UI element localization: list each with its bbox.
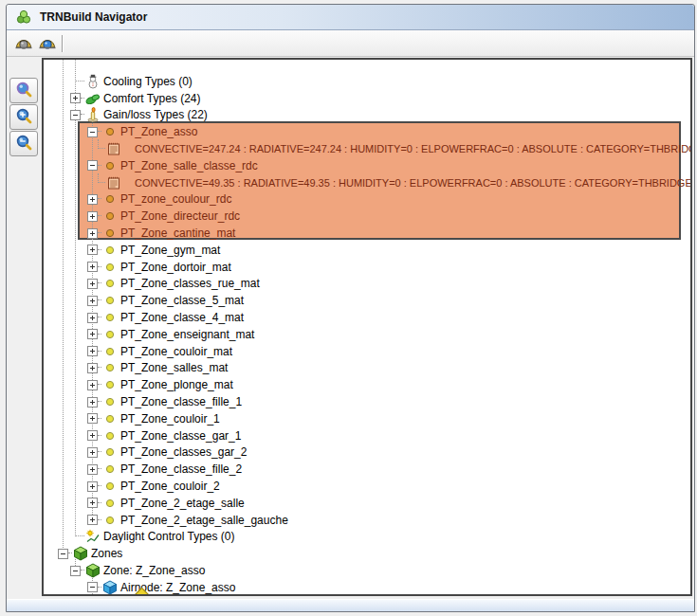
tree-item[interactable]: Cooling Types (0) — [44, 73, 690, 90]
expander-plus-icon[interactable] — [70, 93, 81, 103]
tree-connector — [98, 334, 101, 335]
tree-item[interactable]: PT_Zone_classes_rue_mat — [44, 276, 690, 293]
dot-icon — [102, 208, 118, 224]
expander-minus-icon[interactable] — [87, 582, 98, 592]
tree-item-label: PT_Zone_enseignant_mat — [120, 328, 254, 341]
expander-plus-icon[interactable] — [87, 296, 98, 306]
tree-item[interactable]: PT_Zone_enseignant_mat — [44, 326, 690, 343]
tree-connector — [98, 317, 101, 318]
expander-plus-icon[interactable] — [87, 481, 98, 492]
expander-plus-icon[interactable] — [87, 329, 98, 339]
tree-item-label: PT_Zone_salle_classe_rdc — [120, 159, 258, 172]
tree-item[interactable]: PT_Zone_classe_fille_1 — [44, 393, 690, 410]
dot-icon — [102, 226, 118, 241]
expander-plus-icon[interactable] — [87, 380, 98, 390]
dot-icon — [102, 513, 118, 528]
dot-icon — [102, 260, 118, 275]
tree-item[interactable]: CONVECTIVE=49.35 : RADIATIVE=49.35 : HUM… — [44, 174, 690, 191]
tree-item[interactable]: PT_Zone_directeur_rdc — [44, 208, 690, 225]
expander-plus-icon[interactable] — [87, 211, 98, 222]
dot-icon — [102, 158, 118, 173]
tree-item[interactable]: PT_Zone_plonge_mat — [44, 376, 690, 393]
expander-plus-icon[interactable] — [87, 279, 98, 289]
expander-plus-icon[interactable] — [87, 515, 98, 525]
tree-item-label: Zone: Z_Zone_asso — [103, 564, 205, 577]
tree-item-label: PT_Zone_classe_fille_2 — [120, 462, 242, 476]
expander-plus-icon[interactable] — [87, 262, 98, 272]
tree-item[interactable]: PT_Zone_classes_gar_2 — [44, 444, 690, 462]
tree-item[interactable]: PT_Zone_classe_4_mat — [44, 309, 690, 326]
expander-minus-icon[interactable] — [87, 127, 98, 137]
expander-minus-icon[interactable] — [70, 110, 81, 120]
cube-green-icon — [85, 563, 101, 578]
title-bar[interactable]: TRNBuild Navigator — [7, 5, 694, 30]
tree-item-label: PT_Zone_2_etage_salle_gauche — [120, 514, 288, 527]
tree-item[interactable]: PT_Zone_dortoir_mat — [44, 259, 690, 276]
dot-icon — [102, 124, 118, 139]
dot-icon — [102, 428, 118, 444]
expander-minus-icon[interactable] — [58, 549, 68, 559]
zoom-out-button[interactable] — [9, 131, 38, 156]
tree-connector — [98, 435, 101, 437]
expander-plus-icon[interactable] — [87, 413, 98, 424]
tree-item[interactable]: PT_Zone_classe_5_mat — [44, 292, 690, 309]
tree-item[interactable]: PT_Zone_2_etage_salle_gauche — [44, 512, 690, 529]
tree-connector — [98, 131, 101, 133]
tree-item[interactable]: PT_Zone_gym_mat — [44, 242, 690, 259]
tree-connector — [81, 114, 84, 116]
tree-connector — [98, 519, 101, 521]
tree-item[interactable]: Gain/loss Types (22) — [44, 107, 690, 124]
tree-item[interactable]: PT_Zone_2_etage_salle — [44, 495, 690, 512]
tree-item[interactable]: CONVECTIVE=247.24 : RADIATIVE=247.24 : H… — [44, 140, 690, 157]
expander-plus-icon[interactable] — [87, 363, 98, 373]
expander-plus-icon[interactable] — [87, 430, 98, 441]
toolbar-separator — [62, 35, 63, 52]
tree-item-label: PT_Zone_2_etage_salle — [120, 497, 245, 510]
tree-connector — [98, 587, 101, 589]
tree-item[interactable]: Zones — [44, 545, 690, 562]
expander-minus-icon[interactable] — [87, 160, 98, 171]
dot-icon — [102, 496, 118, 511]
tree-item[interactable]: PT_Zone_salle_classe_rdc — [44, 157, 690, 174]
tree-item[interactable]: PT_Zone_asso — [44, 123, 690, 140]
navigator-zoom-button[interactable] — [9, 78, 38, 103]
expander-plus-icon[interactable] — [87, 346, 98, 356]
tree-connector — [98, 367, 101, 369]
tree-item[interactable]: PT_Zone_cantine_mat — [44, 225, 690, 242]
tree-item[interactable]: Comfort Types (24) — [44, 90, 690, 107]
tree-connector — [98, 232, 101, 234]
tree-item[interactable]: PT_Zone_classe_gar_1 — [44, 427, 690, 444]
expander-plus-icon[interactable] — [87, 194, 98, 205]
tree-item[interactable]: PT_Zone_couloir_mat — [44, 343, 690, 360]
igloo-navigator-button[interactable] — [35, 33, 59, 54]
igloo-view-button[interactable] — [11, 33, 35, 54]
tree-item[interactable]: PT_Zone_couloir_2 — [44, 478, 690, 495]
tree-item-label: Zones — [91, 547, 122, 560]
tree-connector — [98, 485, 101, 487]
expander-plus-icon[interactable] — [87, 464, 98, 475]
tree-item[interactable]: PT_Zone_classe_fille_2 — [44, 461, 690, 478]
tree-connector — [75, 535, 84, 537]
navigator-tree-view[interactable]: Cooling Types (0) Comfort Types (24) Gai… — [42, 58, 692, 596]
expander-plus-icon[interactable] — [87, 498, 98, 508]
zoom-in-button[interactable] — [9, 104, 38, 130]
expander-minus-icon[interactable] — [70, 566, 81, 576]
tree-item-label: CONVECTIVE=49.35 : RADIATIVE=49.35 : HUM… — [135, 177, 692, 189]
tree-item[interactable]: PT_Zone_couloir_1 — [44, 410, 690, 427]
expander-plus-icon[interactable] — [87, 397, 98, 408]
dot-icon — [102, 360, 118, 375]
expander-plus-icon[interactable] — [87, 228, 98, 239]
tree-item[interactable]: PT_Zone_salles_mat — [44, 360, 690, 377]
expander-plus-icon[interactable] — [87, 313, 98, 323]
tree-item[interactable]: Zone: Z_Zone_asso — [44, 562, 690, 579]
expander-plus-icon[interactable] — [87, 245, 98, 255]
expander-plus-icon[interactable] — [87, 447, 98, 458]
main-area: Cooling Types (0) Comfort Types (24) Gai… — [7, 57, 694, 611]
tree-item[interactable]: PT_zone_coulour_rdc — [44, 191, 690, 208]
dot-icon — [102, 344, 118, 359]
tree-item[interactable]: Daylight Control Types (0) — [44, 529, 690, 546]
note-icon — [106, 141, 121, 156]
tree-connector — [98, 249, 101, 251]
tree-item-label: PT_Zone_asso — [120, 125, 197, 138]
tree-rows: Cooling Types (0) Comfort Types (24) Gai… — [44, 60, 690, 596]
